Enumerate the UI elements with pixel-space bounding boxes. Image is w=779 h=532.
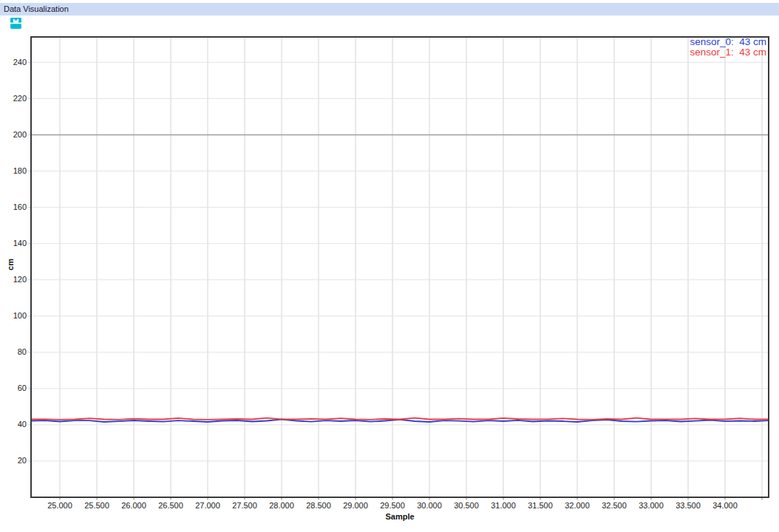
svg-text:32.000: 32.000 (565, 501, 590, 510)
svg-text:140: 140 (13, 239, 27, 248)
svg-text:34.000: 34.000 (712, 501, 738, 510)
svg-text:120: 120 (13, 275, 27, 284)
svg-text:31.000: 31.000 (491, 501, 516, 510)
svg-text:200: 200 (13, 130, 27, 139)
window-title-bar: Data Visualization (0, 3, 779, 16)
svg-text:60: 60 (18, 383, 27, 392)
legend-sensor-1: sensor_1: 43 cm (690, 47, 766, 58)
line-chart: 25.00025.50026.00026.50027.00027.50028.0… (0, 0, 779, 532)
window-title: Data Visualization (0, 3, 779, 15)
svg-text:220: 220 (13, 94, 27, 103)
svg-text:40: 40 (18, 420, 27, 429)
svg-text:29.500: 29.500 (380, 501, 405, 510)
svg-text:28.000: 28.000 (269, 501, 294, 510)
save-icon (10, 17, 22, 30)
svg-text:30.500: 30.500 (454, 501, 479, 510)
svg-text:100: 100 (13, 311, 27, 320)
svg-text:33.000: 33.000 (639, 501, 664, 510)
svg-text:29.000: 29.000 (343, 501, 368, 510)
x-axis-title: Sample (31, 512, 769, 521)
svg-text:26.000: 26.000 (121, 501, 146, 510)
legend-sensor-0: sensor_0: 43 cm (690, 37, 766, 47)
svg-text:25.500: 25.500 (84, 501, 109, 510)
svg-text:160: 160 (13, 202, 27, 211)
svg-text:30.000: 30.000 (417, 501, 442, 510)
svg-text:26.500: 26.500 (158, 501, 183, 510)
y-axis-title: cm (3, 257, 18, 272)
svg-text:27.000: 27.000 (195, 501, 220, 510)
svg-text:180: 180 (13, 166, 27, 175)
svg-text:25.000: 25.000 (47, 501, 72, 510)
svg-text:33.500: 33.500 (676, 501, 701, 510)
svg-text:240: 240 (13, 58, 27, 66)
chart-legend: sensor_0: 43 cm sensor_1: 43 cm (690, 37, 766, 58)
save-button[interactable] (8, 17, 23, 32)
svg-text:20: 20 (18, 456, 27, 465)
svg-text:32.500: 32.500 (602, 501, 627, 510)
svg-text:28.500: 28.500 (306, 501, 331, 510)
svg-text:80: 80 (18, 347, 27, 356)
svg-text:27.500: 27.500 (232, 501, 257, 510)
svg-text:31.500: 31.500 (528, 501, 553, 510)
